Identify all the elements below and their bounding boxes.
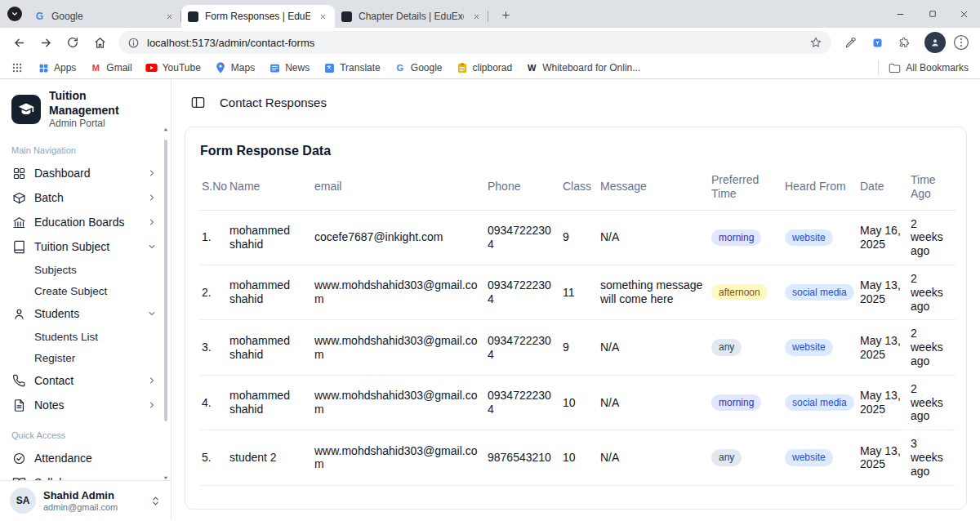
app-root: Tuition Management Admin Portal Main Nav… [0,79,980,520]
sidebar-item-dashboard[interactable]: Dashboard [10,161,159,185]
all-bookmarks-button[interactable]: All Bookmarks [878,60,972,75]
eduexcellence-favicon [187,11,199,23]
cell-email: cocefe7687@inkight.com [313,210,486,265]
table-row: 4. mohammed shahid www.mohdshahid303@gma… [200,375,956,430]
profile-avatar[interactable] [924,32,946,53]
cell-name: mohammed shahid [228,265,313,319]
apps-icon [37,61,50,74]
nav-label: Tuition Subject [34,240,109,253]
sidebar-item-create-subject[interactable]: Create Subject [10,280,159,301]
tab-close-icon[interactable] [470,10,483,23]
col-sno: S.No [200,170,228,210]
new-tab-button[interactable] [495,4,516,25]
bookmark-whiteboard[interactable]: W Whiteboard for Onlin... [519,60,646,76]
nav-label: Dashboard [34,167,91,180]
sidebar-toggle-icon[interactable] [190,95,206,110]
nav-label: Register [34,352,75,364]
bookmark-star-icon[interactable] [809,36,822,49]
refresh-button[interactable] [61,31,84,54]
chevron-right-icon [147,376,157,385]
cell-class: 11 [561,265,599,319]
sidebar-item-education-boards[interactable]: Education Boards [10,210,159,234]
box-icon [12,191,26,205]
eyedropper-extension-icon[interactable] [839,31,862,54]
tab-close-icon[interactable] [316,10,329,23]
bookmark-news[interactable]: News [262,60,315,76]
maximize-button[interactable] [916,0,948,28]
col-email: email [313,170,486,210]
cell-phone: 09347222304 [486,265,561,319]
bookmark-maps[interactable]: Maps [208,60,261,76]
cell-time-ago: 2 weeks ago [909,320,956,375]
menu-icon[interactable] [950,31,973,54]
url-text[interactable]: localhost:5173/admin/contact-forms [147,37,802,49]
sidebar-item-tuition-subject[interactable]: Tuition Subject [10,234,159,259]
sidebar-item-batch[interactable]: Batch [10,185,159,210]
site-info-icon[interactable] [127,37,140,49]
minimize-button[interactable] [884,0,916,28]
scroll-down-icon[interactable] [163,474,169,481]
extensions-puzzle-icon[interactable] [893,31,915,54]
nav-label: Education Boards [34,216,125,229]
cell-date: May 13, 2025 [858,320,909,375]
sidebar-item-notes[interactable]: Notes [10,393,159,417]
close-button[interactable] [948,0,980,28]
cell-preferred-time: morning [710,375,783,430]
sidebar-scrollbar[interactable] [162,127,170,481]
bookmark-label: News [285,62,310,73]
bookmarks-bar: Apps M Gmail YouTube Maps News [0,57,980,79]
nav-label: Contact [34,374,74,387]
bookmark-translate[interactable]: Translate [317,60,386,76]
scroll-up-icon[interactable] [163,127,169,133]
sidebar-item-subjects[interactable]: Subjects [10,259,159,280]
nav-label: Attendance [34,452,92,465]
tab-close-icon[interactable] [163,10,176,23]
bookmark-label: Gmail [106,62,131,73]
cell-message: N/A [599,375,710,430]
cell-phone: 9876543210 [486,430,561,485]
responses-table: S.No Name email Phone Class Message Pref… [200,170,956,486]
window-controls [884,0,980,28]
user-menu[interactable]: SA Shahid Admin admin@gmail.com [0,480,171,520]
table-row: 3. mohammed shahid www.mohdshahid303@gma… [200,320,956,375]
tab-form-responses[interactable]: Form Responses | EduExcellence [181,5,335,28]
col-heard-from: Heard From [783,170,858,210]
nav-label: Notes [34,399,65,412]
cell-heard-from: website [783,430,858,485]
back-button[interactable] [7,31,30,54]
cell-sno: 2. [200,265,228,319]
sidebar-item-contact[interactable]: Contact [10,368,159,393]
tab-search-button[interactable] [7,7,22,21]
apps-grid-icon[interactable] [8,60,29,75]
sidebar-item-register[interactable]: Register [10,347,159,368]
bookmark-clipborad[interactable]: clipborad [450,60,519,76]
home-button[interactable] [88,31,111,54]
bookmark-gmail[interactable]: M Gmail [83,60,137,76]
user-avatar: SA [10,488,36,514]
sidebar-item-students-list[interactable]: Students List [10,326,159,347]
address-bar[interactable]: localhost:5173/admin/contact-forms [118,31,831,54]
chevrons-up-down-icon[interactable] [150,496,161,506]
scrollbar-thumb[interactable] [164,140,167,421]
cell-phone: 09347222304 [486,375,561,430]
extension-icon[interactable] [866,31,889,54]
chevron-right-icon [147,217,157,227]
bookmark-apps[interactable]: Apps [31,60,82,76]
cell-date: May 13, 2025 [858,430,909,485]
heard-from-badge: website [785,229,833,246]
bookmark-google[interactable]: G Google [388,60,448,76]
cell-name: student 2 [228,430,313,485]
page-header: Contact Responses [172,79,980,125]
bookmark-youtube[interactable]: YouTube [140,60,207,76]
cell-class: 10 [561,430,599,485]
heard-from-badge: website [785,449,833,465]
sidebar-item-students[interactable]: Students [10,301,159,326]
tab-chapter-details[interactable]: Chapter Details | EduExcellence [335,5,488,28]
forward-button[interactable] [34,31,57,54]
cell-time-ago: 2 weeks ago [909,375,956,430]
sidebar-item-attendance[interactable]: Attendance [10,446,159,470]
tab-google[interactable]: G Google [28,5,181,28]
sidebar-item-syllabus[interactable]: Syllabus [10,470,159,480]
cell-email: www.mohdshahid303@gmail.com [313,430,486,485]
form-response-card: Form Response Data S.No Name email Phone… [185,127,967,510]
